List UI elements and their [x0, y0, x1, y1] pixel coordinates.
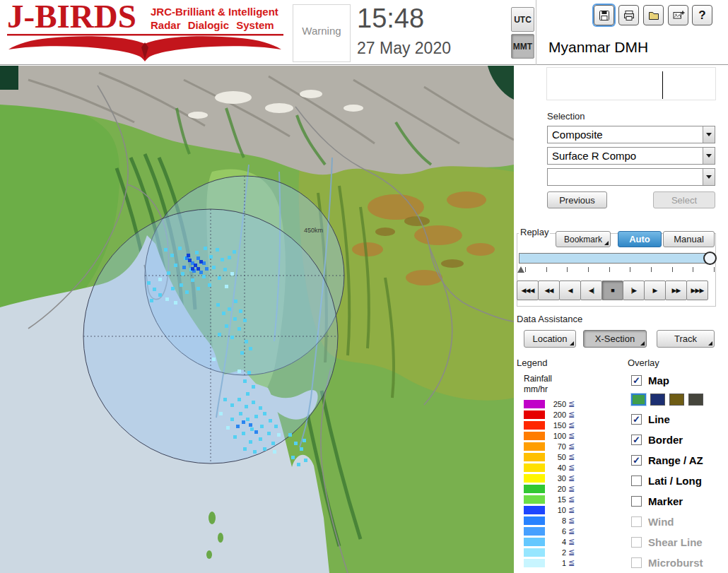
help-button[interactable]: ? [692, 5, 712, 25]
legend-value: 100 [548, 432, 566, 440]
radar-map-viewport[interactable]: 450km [0, 66, 514, 573]
timezone-mmt-button[interactable]: MMT [511, 34, 534, 59]
checkbox-map[interactable]: ✓ [631, 375, 642, 386]
legend-suffix: ≦ [568, 495, 575, 504]
replay-manual-button[interactable]: Manual [663, 231, 715, 247]
overlay-item-range-az[interactable]: ✓Range / AZ [631, 452, 703, 468]
legend-value: 15 [548, 495, 566, 504]
legend-value: 200 [548, 410, 566, 419]
playback-reverse-play-button[interactable]: ◀ [559, 280, 581, 300]
overlay-label: Wind [648, 516, 674, 528]
replay-auto-button[interactable]: Auto [618, 231, 662, 247]
save-icon [598, 9, 611, 22]
legend-row: 2≦ [524, 547, 575, 557]
playback-fast-rewind-button[interactable]: ◀◀ [538, 280, 560, 300]
legend-unit-line2: mm/hr [524, 384, 552, 395]
data-assistance-section-label: Data Assistance [517, 314, 582, 324]
playback-step-back-button[interactable]: ◀| [580, 280, 602, 300]
overlay-item-microburst: Microburst [631, 555, 703, 570]
map-palette-swatch[interactable] [631, 394, 646, 406]
overlay-item-line[interactable]: ✓Line [631, 411, 703, 427]
overlay-item-border[interactable]: ✓Border [631, 432, 703, 447]
checkbox-lati-long[interactable] [631, 475, 642, 486]
location-button[interactable]: Location [524, 330, 576, 348]
capture-image-button[interactable] [668, 5, 688, 25]
timeline-tick [525, 267, 526, 272]
legend-color-swatch [524, 548, 545, 557]
product-text-area[interactable] [546, 67, 716, 100]
legend-unit: Rainfall mm/hr [524, 374, 552, 395]
legend-row: 200≦ [524, 409, 575, 420]
checkbox-marker[interactable] [631, 496, 642, 507]
checkbox-range-az[interactable]: ✓ [631, 455, 642, 466]
xsection-button[interactable]: X-Section [583, 330, 647, 348]
product-type-dropdown[interactable]: Composite [547, 126, 715, 143]
map-palette-swatch[interactable] [669, 394, 684, 406]
playback-stop-button[interactable]: ■ [601, 280, 623, 300]
print-button[interactable] [618, 5, 639, 25]
legend-color-swatch [524, 506, 545, 514]
legend-value: 250 [548, 400, 566, 408]
checkbox-shear-line [631, 537, 642, 548]
station-name: Myanmar DMH [548, 39, 648, 56]
legend-row: 6≦ [524, 526, 575, 536]
overlay-label: Shear Line [648, 536, 703, 548]
playback-go-first-button[interactable]: ◀◀◀ [517, 280, 539, 300]
legend-color-swatch [524, 421, 545, 430]
legend-color-swatch [524, 442, 545, 451]
overlay-item-marker[interactable]: Marker [631, 493, 703, 509]
map-palette-swatch[interactable] [650, 394, 665, 406]
timeline-slider-thumb[interactable] [703, 252, 717, 265]
overlay-label: Microburst [648, 557, 703, 569]
timezone-utc-button[interactable]: UTC [511, 7, 534, 32]
radar-map-image[interactable]: 450km [0, 66, 514, 573]
capture-image-icon [672, 9, 685, 22]
legend-suffix: ≦ [568, 420, 575, 430]
timeline-tick [609, 267, 610, 272]
control-panel: Selection Composite Surface R Compo Prev… [514, 66, 728, 573]
legend-value: 4 [548, 538, 566, 546]
map-palette-swatch[interactable] [688, 394, 703, 406]
legend-row: 70≦ [524, 441, 575, 451]
chevron-down-icon[interactable] [703, 169, 715, 185]
overlay-item-lati-long[interactable]: Lati / Long [631, 473, 703, 488]
legend-unit-line1: Rainfall [524, 374, 552, 384]
chevron-down-icon[interactable] [703, 148, 715, 164]
legend-row: 40≦ [524, 462, 575, 473]
open-folder-button[interactable] [643, 5, 664, 25]
overlay-label: Map [648, 374, 669, 386]
legend-suffix: ≦ [568, 473, 575, 483]
extra-dropdown[interactable] [547, 168, 715, 186]
legend-suffix: ≦ [568, 399, 575, 408]
overlay-item-map[interactable]: ✓Map [631, 372, 703, 388]
legend-value: 10 [548, 506, 566, 514]
playback-play-button[interactable]: ▶ [644, 280, 666, 300]
save-button[interactable] [594, 5, 614, 25]
track-button[interactable]: Track [657, 330, 715, 348]
legend-suffix: ≦ [568, 558, 575, 567]
legend-value: 6 [548, 527, 566, 536]
bookmark-button[interactable]: Bookmark [556, 231, 611, 247]
overlay-section-label: Overlay [628, 358, 659, 368]
checkbox-line[interactable]: ✓ [631, 414, 642, 425]
overlay-item-wind: Wind [631, 514, 703, 529]
legend-row: 50≦ [524, 451, 575, 462]
previous-button[interactable]: Previous [547, 191, 607, 208]
product-value: Surface R Compo [552, 150, 636, 162]
playback-fast-forward-button[interactable]: ▶▶ [665, 280, 687, 300]
timeline-tick [588, 267, 589, 272]
replay-section-label: Replay [519, 227, 550, 237]
replay-timeline-slider[interactable] [519, 253, 715, 264]
chevron-down-icon[interactable] [703, 126, 715, 143]
checkbox-border[interactable]: ✓ [631, 435, 642, 445]
range-ring-label: 450km [304, 227, 323, 234]
header-bar: J-BIRDS JRC-Brilliant & Intelligent Rada… [0, 0, 728, 65]
legend-color-swatch [524, 463, 545, 472]
timeline-tick [714, 267, 715, 272]
playback-go-last-button[interactable]: ▶▶▶ [686, 280, 708, 300]
product-dropdown[interactable]: Surface R Compo [547, 147, 715, 165]
product-type-value: Composite [552, 129, 603, 141]
playback-step-forward-button[interactable]: |▶ [623, 280, 645, 300]
help-icon: ? [698, 8, 705, 23]
timeline-tick [651, 267, 652, 272]
